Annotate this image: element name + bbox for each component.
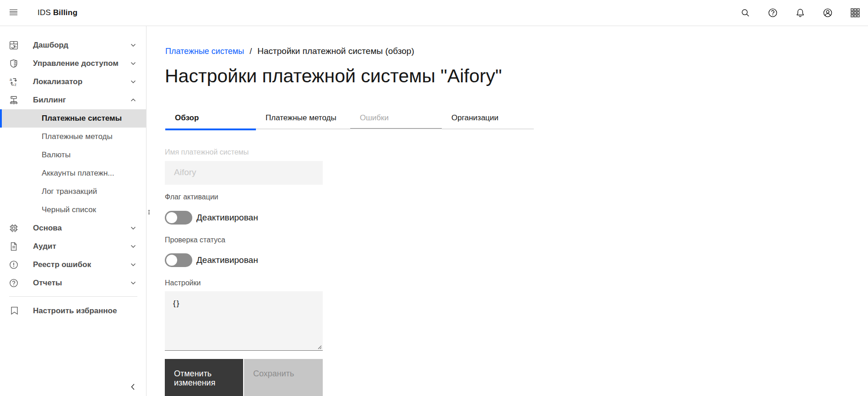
svg-text:a: a (10, 78, 12, 82)
svg-text:z: z (15, 82, 17, 86)
